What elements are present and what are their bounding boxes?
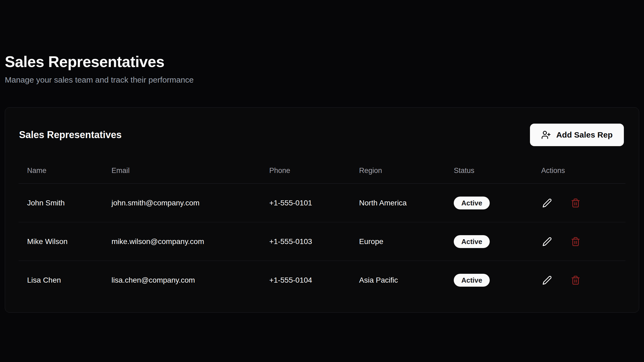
cell-phone: +1-555-0101 [261, 184, 351, 222]
cell-name: Lisa Chen [19, 261, 103, 300]
page-subtitle: Manage your sales team and track their p… [5, 75, 639, 85]
trash-icon [571, 237, 580, 246]
column-header-actions: Actions [533, 146, 625, 184]
cell-phone: +1-555-0103 [261, 222, 351, 261]
status-badge: Active [454, 235, 490, 248]
pencil-icon [542, 198, 552, 208]
edit-button[interactable] [541, 274, 553, 286]
cell-email: john.smith@company.com [103, 184, 261, 222]
cell-region: Europe [350, 222, 445, 261]
column-header-region: Region [350, 146, 445, 184]
table-row: Lisa Chen lisa.chen@company.com +1-555-0… [19, 261, 625, 300]
pencil-icon [542, 275, 552, 285]
column-header-phone: Phone [261, 146, 351, 184]
column-header-status: Status [445, 146, 533, 184]
cell-email: lisa.chen@company.com [103, 261, 261, 300]
user-plus-icon [541, 130, 551, 140]
cell-phone: +1-555-0104 [261, 261, 351, 300]
status-badge: Active [454, 274, 490, 287]
cell-name: John Smith [19, 184, 103, 222]
sales-reps-table: Name Email Phone Region Status Actions J… [19, 146, 625, 300]
cell-region: North America [350, 184, 445, 222]
column-header-name: Name [19, 146, 103, 184]
column-header-email: Email [103, 146, 261, 184]
edit-button[interactable] [541, 236, 553, 248]
add-sales-rep-label: Add Sales Rep [556, 130, 613, 139]
table-row: Mike Wilson mike.wilson@company.com +1-5… [19, 222, 625, 261]
row-actions [541, 236, 617, 248]
card-header: Sales Representatives Add Sales Rep [5, 108, 639, 146]
card-content: Name Email Phone Region Status Actions J… [5, 146, 639, 312]
table-row: John Smith john.smith@company.com +1-555… [19, 184, 625, 222]
edit-button[interactable] [541, 197, 553, 209]
page-title: Sales Representatives [5, 53, 639, 71]
cell-region: Asia Pacific [350, 261, 445, 300]
status-badge: Active [454, 197, 490, 209]
add-sales-rep-button[interactable]: Add Sales Rep [530, 124, 624, 146]
card-title: Sales Representatives [19, 129, 122, 141]
trash-icon [571, 275, 580, 285]
delete-button[interactable] [570, 236, 581, 248]
delete-button[interactable] [570, 197, 581, 209]
cell-email: mike.wilson@company.com [103, 222, 261, 261]
sales-reps-card: Sales Representatives Add Sales Rep [5, 107, 639, 313]
row-actions [541, 274, 617, 286]
pencil-icon [542, 237, 552, 246]
page: Sales Representatives Manage your sales … [0, 0, 644, 313]
row-actions [541, 197, 617, 209]
trash-icon [571, 198, 580, 208]
delete-button[interactable] [570, 274, 581, 286]
table-header-row: Name Email Phone Region Status Actions [19, 146, 625, 184]
cell-name: Mike Wilson [19, 222, 103, 261]
